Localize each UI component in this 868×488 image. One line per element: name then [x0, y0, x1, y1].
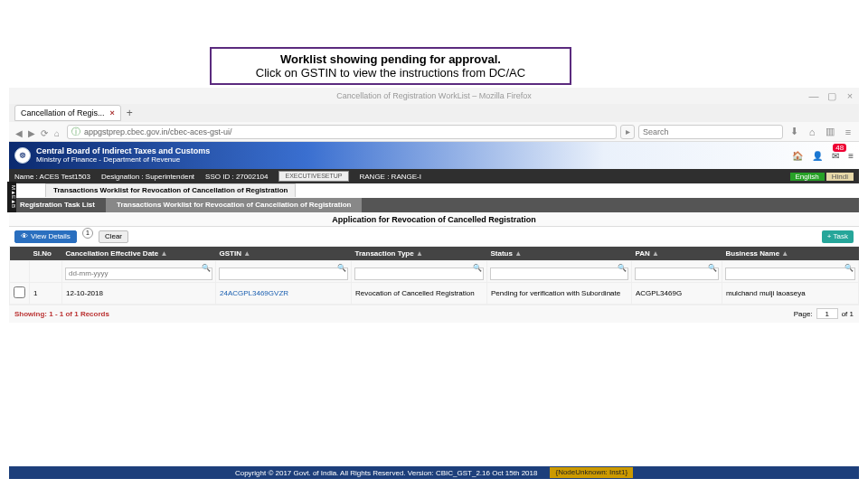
- tab-title: Cancellation of Regis...: [21, 108, 105, 117]
- records-showing: Showing: 1 - 1 of 1 Records: [14, 310, 109, 318]
- window-title: Cancellation of Registration WorkList – …: [336, 91, 531, 100]
- breadcrumb-tabs: Registration Task List Transactions Work…: [9, 198, 859, 212]
- footer-copyright: Copyright © 2017 Govt. of India. All Rig…: [235, 469, 538, 477]
- search-icon[interactable]: 🔍: [618, 264, 627, 272]
- view-details-button[interactable]: 👁View Details: [14, 230, 77, 243]
- page-input[interactable]: [816, 308, 838, 319]
- downloads-icon[interactable]: ⬇: [787, 126, 801, 137]
- banner-menu-icon[interactable]: ≡: [848, 151, 854, 161]
- info-designation: Designation : Superintendent: [101, 173, 194, 181]
- col-status[interactable]: Status ▲: [487, 247, 632, 261]
- hamburger-icon[interactable]: ≡: [841, 127, 855, 137]
- col-slno[interactable]: Sl.No: [30, 247, 62, 261]
- col-pan[interactable]: PAN ▲: [632, 247, 722, 261]
- cell-pan: ACGPL3469G: [632, 282, 722, 304]
- banner-user-icon[interactable]: 👤: [812, 151, 823, 161]
- callout-line2: Click on GSTIN to view the instructions …: [226, 66, 555, 80]
- table-filter-row: 🔍 🔍 🔍 🔍 🔍 🔍: [10, 261, 859, 283]
- clear-button[interactable]: Clear: [99, 230, 128, 243]
- home-icon[interactable]: ⌂: [805, 127, 819, 137]
- cell-status: Pending for verification with Subordinat…: [487, 282, 632, 304]
- tab-transactions-worklist[interactable]: Transactions Worklist for Revocation of …: [106, 198, 362, 212]
- page-label: Page:: [794, 310, 813, 318]
- section-title: Application for Revocation of Cancelled …: [9, 212, 859, 227]
- task-button[interactable]: + Task: [822, 230, 854, 243]
- row-checkbox[interactable]: [14, 286, 25, 298]
- search-icon[interactable]: 🔍: [337, 264, 346, 272]
- emblem-icon: ☸: [14, 147, 31, 164]
- nav-fwd-icon[interactable]: ▶: [25, 128, 38, 138]
- col-gstin[interactable]: GSTIN ▲: [216, 247, 352, 261]
- page-footer: Copyright © 2017 Govt. of India. All Rig…: [9, 466, 859, 479]
- url-bar: ◀▶⟳⌂ ⓘ appgstprep.cbec.gov.in/cbec-aces-…: [9, 122, 859, 142]
- window-minimize[interactable]: —: [805, 90, 823, 102]
- instruction-callout: Worklist showing pending for approval. C…: [210, 47, 571, 85]
- notification-count: 48: [833, 144, 846, 152]
- filter-bname[interactable]: [725, 267, 855, 280]
- eye-icon: 👁: [21, 231, 28, 242]
- window-maximize[interactable]: ▢: [823, 90, 841, 102]
- gstin-link[interactable]: 24ACGPL3469GVZR: [220, 289, 288, 297]
- window-titlebar: Cancellation of Registration WorkList – …: [9, 88, 859, 104]
- filter-gstin[interactable]: [219, 267, 348, 280]
- worklist-table: Sl.No Cancellation Effective Date ▲ GSTI…: [9, 247, 859, 305]
- module-tab-active[interactable]: Transactions Worklist for Revocation of …: [45, 183, 296, 197]
- callout-line1: Worklist showing pending for approval.: [226, 52, 555, 66]
- page-of: of 1: [842, 310, 854, 318]
- cell-ttype: Revocation of Cancelled Registration: [352, 282, 487, 304]
- search-icon[interactable]: 🔍: [708, 264, 717, 272]
- org-sub: Ministry of Finance - Department of Reve…: [36, 156, 210, 164]
- filter-pan[interactable]: [635, 267, 719, 280]
- cell-slno: 1: [30, 282, 62, 304]
- notification-icon[interactable]: ✉48: [832, 151, 839, 161]
- filter-date[interactable]: [65, 267, 212, 280]
- search-icon[interactable]: 🔍: [202, 264, 211, 272]
- address-text: appgstprep.cbec.gov.in/cbec-aces-gst-ui/: [84, 127, 231, 136]
- site-info-icon[interactable]: ⓘ: [71, 126, 80, 138]
- nav-reload-icon[interactable]: ⟳: [38, 128, 51, 138]
- info-sso: SSO ID : 27002104: [205, 173, 268, 181]
- nav-home-icon[interactable]: ⌂: [51, 128, 63, 138]
- filter-status[interactable]: [490, 267, 628, 280]
- info-range: RANGE : RANGE-I: [360, 173, 421, 181]
- table-header-row: Sl.No Cancellation Effective Date ▲ GSTI…: [10, 247, 859, 261]
- footer-node: {NodeUnknown: Inst1}: [550, 467, 633, 478]
- browser-search-input[interactable]: [638, 125, 783, 139]
- col-bname[interactable]: Business Name ▲: [722, 247, 859, 261]
- lang-hindi[interactable]: Hindi: [826, 173, 854, 181]
- module-tabs: M►E►B Transactions Worklist for Revocati…: [9, 183, 859, 198]
- tab-registration-task-list[interactable]: Registration Task List: [9, 198, 106, 212]
- cell-cedate: 12-10-2018: [62, 282, 216, 304]
- nav-back-icon[interactable]: ◀: [13, 128, 25, 138]
- browser-window: Cancellation of Registration WorkList – …: [9, 88, 859, 323]
- info-name: Name : ACES Test1503: [14, 173, 90, 181]
- cell-bname: mulchand mulji laoaseya: [722, 282, 859, 304]
- org-banner: ☸ Central Board of Indirect Taxes and Cu…: [9, 142, 859, 169]
- message-badge[interactable]: 1: [82, 228, 93, 239]
- browser-tabbar: Cancellation of Regis... × +: [9, 104, 859, 122]
- lang-english[interactable]: English: [790, 173, 825, 181]
- address-field[interactable]: ⓘ appgstprep.cbec.gov.in/cbec-aces-gst-u…: [67, 125, 617, 139]
- action-bar: 👁View Details 1 Clear + Task: [9, 227, 859, 247]
- col-ttype[interactable]: Transaction Type ▲: [352, 247, 487, 261]
- go-button[interactable]: ▸: [620, 125, 635, 139]
- sidebar-chips[interactable]: M►E►B: [7, 182, 16, 212]
- tab-close-icon[interactable]: ×: [110, 108, 115, 117]
- filter-ttype[interactable]: [354, 267, 484, 280]
- search-icon[interactable]: 🔍: [473, 264, 482, 272]
- new-tab-button[interactable]: +: [127, 107, 133, 119]
- col-checkbox: [10, 247, 30, 261]
- window-close[interactable]: ×: [841, 90, 859, 102]
- user-infobar: Name : ACES Test1503 Designation : Super…: [9, 169, 859, 183]
- search-icon[interactable]: 🔍: [844, 264, 854, 272]
- browser-tab[interactable]: Cancellation of Regis... ×: [14, 105, 121, 121]
- executive-setup-button[interactable]: EXECUTIVESETUP: [278, 171, 348, 182]
- table-row: 1 12-10-2018 24ACGPL3469GVZR Revocation …: [10, 282, 859, 304]
- banner-home-icon[interactable]: 🏠: [792, 151, 803, 161]
- sidebar-icon[interactable]: ▥: [823, 126, 837, 137]
- col-cedate[interactable]: Cancellation Effective Date ▲: [62, 247, 216, 261]
- table-status-bar: Showing: 1 - 1 of 1 Records Page: of 1: [9, 305, 859, 323]
